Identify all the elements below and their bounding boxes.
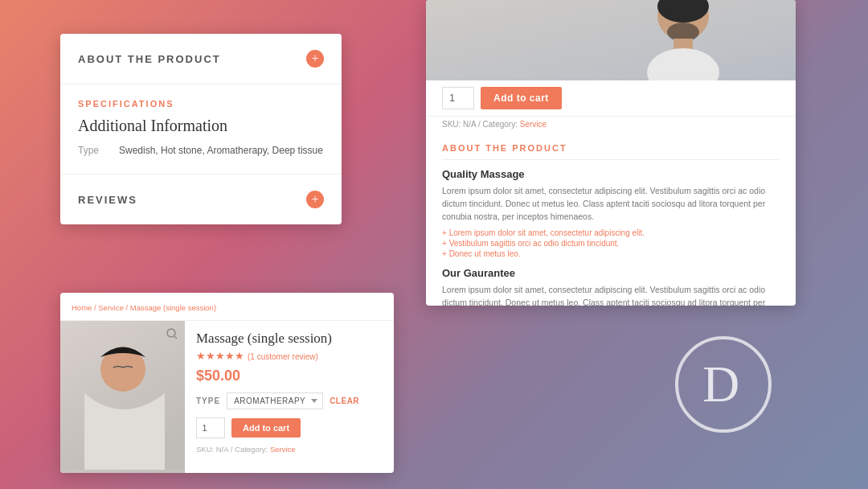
product-price: $50.00 — [196, 368, 383, 384]
about-tab-header[interactable]: ABOUT THE PRODUCT + — [60, 34, 342, 84]
about-section-label: ABOUT THE PRODUCT — [442, 143, 780, 160]
divi-logo: D — [675, 336, 772, 433]
card-product-full: Add to cart SKU: N/A / Category: Service… — [426, 0, 796, 306]
quality-heading: Quality Massage — [442, 168, 780, 180]
breadcrumb-text: Home / Service / Massage (single session… — [72, 303, 216, 312]
top-action-bar: Add to cart — [426, 80, 796, 117]
reviews-tab-section: REVIEWS + — [60, 175, 342, 224]
bottom-sku: SKU: N/A / Category: Service — [196, 445, 383, 454]
about-tab-plus-icon[interactable]: + — [306, 50, 324, 68]
card-product-tabs: ABOUT THE PRODUCT + SPECIFICATIONS Addit… — [60, 34, 342, 224]
specs-row: Type Swedish, Hot stone, Aromatherapy, D… — [78, 145, 324, 156]
about-section: ABOUT THE PRODUCT Quality Massage Lorem … — [426, 134, 796, 306]
divi-circle: D — [675, 336, 772, 433]
svg-point-8 — [167, 329, 175, 337]
type-label: TYPE — [196, 397, 220, 405]
specs-section: SPECIFICATIONS Additional Information Ty… — [60, 84, 342, 175]
quality-text: Lorem ipsum dolor sit amet, consectetur … — [442, 185, 780, 223]
review-count: (1 customer review) — [248, 352, 318, 361]
guarantee-text: Lorem ipsum dolor sit amet, consectetur … — [442, 284, 780, 306]
list-item: Donec ut metus leo. — [442, 249, 780, 259]
quality-list: Lorem ipsum dolor sit amet, consectetur … — [442, 228, 780, 259]
specs-title: Additional Information — [78, 117, 324, 135]
product-details-panel: Massage (single session) ★★★★★ (1 custom… — [185, 321, 394, 473]
svg-rect-0 — [426, 0, 796, 80]
svg-line-9 — [174, 336, 177, 339]
star-rating: ★★★★★ — [196, 350, 244, 363]
bottom-add-to-cart-button[interactable]: Add to cart — [231, 418, 301, 438]
product-thumbnail — [60, 321, 185, 473]
search-icon[interactable] — [166, 327, 178, 340]
category-link[interactable]: Service — [520, 120, 547, 129]
card-product-detail: Home / Service / Massage (single session… — [60, 293, 394, 473]
about-tab-section: ABOUT THE PRODUCT + — [60, 34, 342, 84]
specs-label: SPECIFICATIONS — [78, 99, 324, 109]
clear-link[interactable]: CLEAR — [330, 397, 359, 405]
bottom-category-link[interactable]: Service — [270, 445, 296, 454]
stars-row: ★★★★★ (1 customer review) — [196, 350, 383, 363]
about-tab-label: ABOUT THE PRODUCT — [78, 53, 221, 65]
product-image — [426, 0, 796, 80]
bottom-add-row: Add to cart — [196, 417, 383, 438]
bottom-quantity-input[interactable] — [196, 417, 225, 438]
quantity-input[interactable] — [442, 87, 474, 109]
type-row: TYPE AROMATHERAPY CLEAR — [196, 392, 383, 409]
type-select[interactable]: AROMATHERAPY — [227, 392, 323, 409]
reviews-tab-plus-icon[interactable]: + — [306, 191, 324, 208]
product-name: Massage (single session) — [196, 331, 383, 347]
breadcrumb: Home / Service / Massage (single session… — [60, 293, 394, 321]
product-image-svg — [426, 0, 796, 80]
list-item: Lorem ipsum dolor sit amet, consectetur … — [442, 228, 780, 238]
bottom-content: Massage (single session) ★★★★★ (1 custom… — [60, 321, 394, 473]
add-to-cart-button[interactable]: Add to cart — [481, 87, 562, 109]
specs-row-value: Swedish, Hot stone, Aromatherapy, Deep t… — [119, 145, 323, 156]
specs-row-key: Type — [78, 145, 106, 156]
thumbnail-svg — [60, 321, 185, 470]
reviews-tab-label: REVIEWS — [78, 194, 137, 206]
reviews-tab-header[interactable]: REVIEWS + — [60, 175, 342, 224]
sku-text: SKU: N/A / Category: — [442, 120, 518, 129]
divi-letter: D — [702, 355, 739, 414]
guarantee-heading: Our Gaurantee — [442, 267, 780, 279]
sku-line: SKU: N/A / Category: Service — [426, 117, 796, 134]
list-item: Vestibulum sagittis orci ac odio dictum … — [442, 238, 780, 249]
bottom-sku-text: SKU: N/A / Category: — [196, 445, 268, 454]
